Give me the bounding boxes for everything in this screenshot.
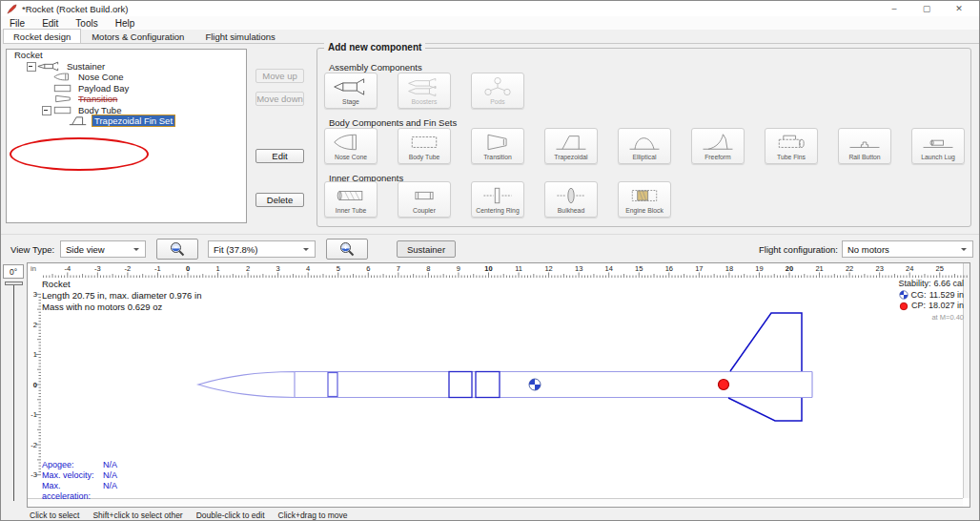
status-hint: Double-click to edit [196,511,265,520]
component-button-nose-cone[interactable]: Nose Cone [324,128,378,164]
magnifier-plus-icon [338,240,356,258]
component-button-elliptical[interactable]: Elliptical [618,128,671,164]
coupler-icon [405,183,443,207]
component-button-label: Pods [490,98,505,106]
component-button-launch-lug[interactable]: Launch Lug [911,128,965,164]
tab-rocket-design[interactable]: Rocket design [3,29,81,43]
rotation-slider-track[interactable] [13,283,14,501]
component-button-bulkhead[interactable]: Bulkhead [544,181,598,218]
stage-toggle-sustainer[interactable]: Sustainer [397,240,456,258]
status-bar: Click to selectShift+click to select oth… [1,509,979,521]
close-icon[interactable]: ✕ [943,1,975,16]
add-new-component-panel: Add new component Assembly ComponentsSta… [316,48,971,227]
menu-item-edit[interactable]: Edit [33,18,67,29]
stability-row-cp: CP:18.027 in [898,301,964,312]
rocket-name: Rocket [42,279,201,290]
zoom-out-button[interactable] [156,239,198,260]
expander-spacer [41,73,52,81]
rocket-mass: Mass with no motors 0.629 oz [42,302,201,313]
title-bar: *Rocket (Rocket Build.ork) – ▢ ✕ [1,1,979,16]
stage-icon [332,74,370,98]
horizontal-scrollbar[interactable] [28,498,963,507]
component-button-tube-fins[interactable]: Tube Fins [765,128,818,164]
tree-item-sustainer[interactable]: Sustainer [7,61,246,73]
component-button-label: Tube Fins [777,154,806,161]
tree-item-trapezoidal-fin-set[interactable]: Trapezoidal Fin Set [7,115,246,127]
tab-motors-configuration[interactable]: Motors & Configuration [81,29,194,43]
view-type-select[interactable]: Side view [60,240,146,258]
delete-button[interactable]: Delete [255,193,304,207]
tree-item-transition[interactable]: Transition [7,94,246,105]
component-button-boosters: Boosters [398,73,451,109]
component-button-label: Inner Tube [336,207,367,215]
minimize-icon[interactable]: – [878,1,910,16]
menu-item-help[interactable]: Help [107,18,144,29]
group-row-inner-components: Inner TubeCouplerCentering RingBulkheadE… [324,181,671,218]
component-tree[interactable]: RocketSustainerNose ConePayload BayTrans… [6,49,247,223]
transition-icon [52,94,73,104]
component-button-inner-tube[interactable]: Inner Tube [324,181,378,218]
component-button-rail-button[interactable]: Rail Button [838,128,891,164]
expander-minus-icon[interactable] [41,106,52,115]
centering-ring-icon [479,183,517,207]
menu-item-tools[interactable]: Tools [67,18,106,29]
expander-spacer [41,84,52,93]
openrocket-window: *Rocket (Rocket Build.ork) – ▢ ✕ FileEdi… [0,0,980,521]
component-button-body-tube[interactable]: Body Tube [398,128,451,164]
sim-result-max-acceleration: Max. acceleration:N/A [42,481,117,502]
tree-item-nose-cone[interactable]: Nose Cone [7,72,246,83]
tree-item-rocket[interactable]: Rocket [7,50,246,61]
component-button-coupler[interactable]: Coupler [398,181,451,218]
rotation-slider-handle[interactable] [5,281,23,285]
inner-tube-icon [332,183,370,207]
tree-item-label: Transition [76,94,119,104]
component-button-label: Nose Cone [335,154,367,161]
group-label-assembly-components: Assembly Components [329,62,422,73]
pods-icon [479,74,517,98]
vertical-scrollbar[interactable] [963,263,970,498]
component-button-trapezoidal[interactable]: Trapezoidal [544,128,598,164]
component-button-transition[interactable]: Transition [471,128,524,164]
flight-configuration-label: Flight configuration: [759,244,838,255]
expander-minus-icon[interactable] [26,62,37,71]
flight-configuration-select[interactable]: No motors [842,240,973,258]
cg-marker [529,379,541,390]
cp-marker [719,380,729,390]
tree-item-payload-bay[interactable]: Payload Bay [7,83,246,94]
component-button-label: Coupler [413,207,436,215]
maximize-icon[interactable]: ▢ [910,1,943,16]
tab-flight-simulations[interactable]: Flight simulations [194,29,285,43]
component-button-label: Body Tube [409,154,440,161]
design-top-panel: RocketSustainerNose ConePayload BayTrans… [1,44,979,234]
ruler-unit-label: in [31,264,36,273]
freeform-icon [699,130,737,154]
rocket-design-canvas[interactable]: 0° in -4-3-2-101234567891011121314151617… [1,262,979,509]
component-button-freeform[interactable]: Freeform [691,128,745,164]
component-button-centering-ring[interactable]: Centering Ring [471,181,524,218]
component-button-label: Engine Block [625,207,664,215]
menu-item-file[interactable]: File [1,18,33,29]
tab-bar: Rocket designMotors & ConfigurationFligh… [3,30,979,44]
component-button-label: Centering Ring [476,207,519,215]
edit-button[interactable]: Edit [255,149,304,163]
component-button-label: Stage [342,98,359,106]
mach-note: at M=0.40 [898,312,964,323]
component-button-label: Rail Button [848,154,880,161]
zoom-in-button[interactable] [326,239,368,260]
zoom-level-select[interactable]: Fit (37.8%) [208,240,316,258]
sim-result-max-velocity: Max. velocity:N/A [42,470,117,481]
component-button-label: Freeform [704,154,731,161]
group-row-assembly-components: StageBoostersPods [324,73,524,109]
elliptical-icon [625,130,664,154]
tree-item-label: Rocket [12,50,45,60]
component-button-label: Bulkhead [558,207,584,215]
component-button-stage[interactable]: Stage [324,73,378,109]
tube-icon [52,83,73,94]
component-button-label: Boosters [412,98,438,106]
component-button-engine-block[interactable]: Engine Block [618,181,671,218]
menu-bar: FileEditToolsHelp [1,16,979,30]
launch-lug-icon [919,130,957,154]
view-toolbar: View Type: Side view Fit (37.8%) Sustain… [1,234,979,262]
tree-item-label: Sustainer [65,61,107,72]
rail-button-icon [846,130,884,154]
